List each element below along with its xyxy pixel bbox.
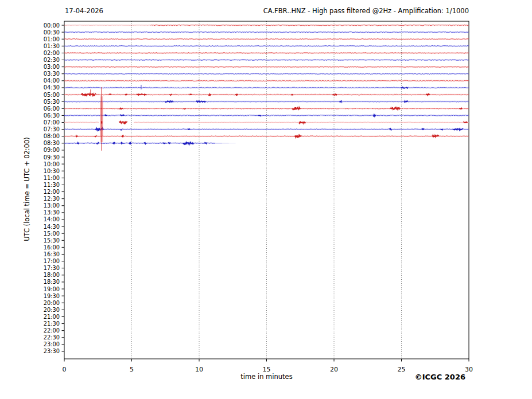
row-label: 23:30: [44, 348, 60, 354]
trace-row-0530: [64, 101, 469, 103]
row-label: 05:30: [44, 99, 60, 105]
event-blob: [119, 122, 127, 124]
x-tick-label: 15: [263, 366, 271, 373]
row-label: 20:30: [44, 307, 60, 313]
row-label: 21:30: [44, 320, 60, 327]
event-blob: [339, 101, 341, 102]
row-label: 06:30: [44, 112, 60, 119]
row-label: 01:00: [44, 36, 60, 42]
x-tick-label: 25: [398, 366, 406, 373]
trace-row-0330: [64, 73, 469, 75]
row-label: 03:30: [44, 71, 60, 77]
row-label: 17:30: [44, 265, 60, 271]
row-label: 12:30: [44, 195, 60, 202]
event-blob: [183, 142, 193, 144]
row-label: 00:00: [44, 22, 60, 29]
trace-row-0100: [64, 38, 469, 40]
trace-row-0700: [64, 122, 469, 124]
row-label: 03:00: [44, 64, 60, 70]
row-label: 16:00: [44, 244, 60, 251]
row-label: 09:00: [44, 147, 60, 153]
event-blob: [129, 143, 131, 144]
event-blob: [121, 143, 123, 144]
event-blob: [295, 135, 301, 138]
seismogram-viewer: 17-04-2026 CA.FBR..HNZ - High pass filte…: [0, 0, 532, 399]
event-blob: [464, 122, 468, 123]
row-label: 16:30: [44, 251, 60, 257]
x-tick-label: 20: [330, 366, 338, 373]
event-blob: [121, 130, 123, 130]
row-label: 05:00: [44, 92, 60, 98]
helicorder-plot: 05101520253000:0000:3001:0001:3002:0002:…: [0, 0, 532, 399]
x-tick-label: 0: [63, 366, 67, 373]
row-label: 00:30: [44, 29, 60, 36]
row-label: 01:30: [44, 43, 60, 49]
row-label: 08:00: [44, 133, 60, 139]
x-tick-label: 5: [130, 366, 134, 373]
row-label: 14:00: [44, 216, 60, 222]
trace-row-0000: [64, 25, 469, 26]
x-tick-label: 10: [195, 366, 203, 373]
event-blob: [196, 101, 205, 102]
event-blob: [109, 94, 111, 95]
event-blob: [292, 107, 300, 109]
row-label: 15:30: [44, 237, 60, 244]
trace-row-0600: [64, 107, 469, 109]
row-label: 13:30: [44, 209, 60, 216]
row-label: 19:30: [44, 293, 60, 299]
event-blob: [422, 128, 424, 130]
trace-row-0230: [64, 60, 469, 61]
row-label: 14:30: [44, 224, 60, 230]
main-event-spike: [100, 87, 103, 151]
trace-row-0730: [64, 128, 469, 130]
trace-row-0030: [64, 32, 469, 33]
event-blob: [373, 115, 375, 116]
row-label: 17:00: [44, 258, 60, 264]
row-label: 12:00: [44, 189, 60, 195]
event-blob: [113, 143, 115, 144]
row-label: 04:30: [44, 84, 60, 91]
row-label: 08:30: [44, 140, 60, 146]
row-label: 15:00: [44, 230, 60, 237]
trace-row-0830: [64, 142, 235, 144]
row-label: 22:30: [44, 334, 60, 341]
row-label: 18:00: [44, 272, 60, 278]
event-blob: [168, 143, 170, 144]
event-blob: [291, 95, 293, 95]
row-label: 11:00: [44, 175, 60, 181]
row-label: 18:30: [44, 279, 60, 285]
trace-row-0300: [64, 66, 469, 68]
row-label: 02:30: [44, 57, 60, 63]
trace-row-0400: [64, 80, 469, 81]
row-label: 21:00: [44, 314, 60, 320]
trace-row-0130: [64, 45, 469, 46]
x-tick-label: 30: [465, 366, 473, 373]
row-label: 07:00: [44, 119, 60, 126]
row-label: 10:00: [44, 161, 60, 167]
row-label: 02:00: [44, 50, 60, 56]
trace-row-0200: [64, 53, 469, 54]
row-label: 06:00: [44, 105, 60, 112]
event-blob: [188, 129, 190, 130]
event-blob: [441, 130, 443, 130]
row-label: 23:00: [44, 341, 60, 347]
event-blob: [105, 115, 107, 115]
trace-row-0630: [64, 115, 469, 116]
row-label: 13:00: [44, 202, 60, 209]
row-label: 04:00: [44, 77, 60, 84]
row-label: 20:00: [44, 300, 60, 306]
event-blob: [119, 108, 123, 109]
row-label: 09:30: [44, 154, 60, 161]
row-label: 11:30: [44, 182, 60, 188]
event-blob: [190, 94, 192, 95]
row-label: 10:30: [44, 168, 60, 174]
event-blob: [258, 115, 261, 116]
trace-row-0500: [64, 89, 469, 96]
row-label: 22:00: [44, 327, 60, 334]
row-label: 19:00: [44, 286, 60, 292]
row-label: 07:30: [44, 126, 60, 132]
